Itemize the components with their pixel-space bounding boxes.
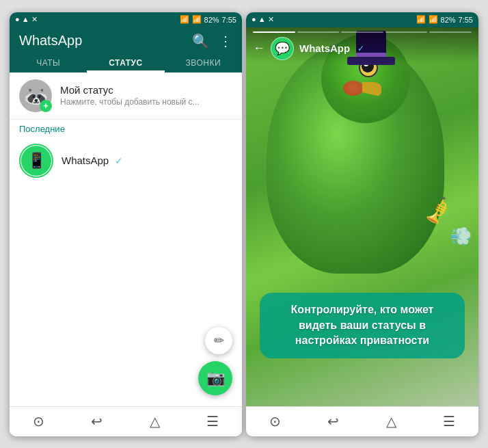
tabs-bar: ЧАТЫ СТАТУС ЗВОНКИ — [10, 52, 242, 73]
story-nav-row: ← 💬 WhatsApp ✓ — [253, 37, 472, 60]
clock-r: 7:55 — [459, 16, 473, 24]
story-wa-icon: 💬 — [275, 41, 290, 56]
story-whatsapp-avatar: 💬 — [271, 37, 294, 60]
search-icon[interactable]: 🔍 — [192, 33, 209, 49]
status-bar-right-info: 📶 📶 82% 7:55 — [180, 15, 236, 24]
whatsapp-logo-icon: 📱 — [27, 152, 46, 170]
camera-icon: 📷 — [206, 369, 225, 387]
nav-home-icon-r[interactable]: △ — [386, 413, 396, 430]
status-content: 🦝 + Мой статус Нажмите, чтобы добавить н… — [10, 73, 242, 406]
progress-bar-4 — [385, 31, 428, 33]
recent-label: Последние — [10, 120, 242, 137]
progress-bar-2 — [297, 31, 340, 33]
bottom-nav-right: ⊙ ↩ △ ☰ — [246, 406, 478, 436]
nav-back-icon-r[interactable]: ↩ — [327, 413, 339, 430]
story-content: 🎺 💨 ← 💬 WhatsApp ✓ Контролируйте, к — [246, 27, 478, 406]
tab-status[interactable]: СТАТУС — [87, 52, 164, 73]
tab-calls[interactable]: ЗВОНКИ — [165, 52, 242, 73]
story-top-bar: ← 💬 WhatsApp ✓ — [246, 27, 478, 63]
nav-recents-icon-r[interactable]: ⊙ — [269, 413, 281, 430]
left-phone: ● ▲ ✕ 📶 📶 82% 7:55 WhatsApp 🔍 ⋮ ЧАТЫ СТА… — [10, 12, 242, 436]
app-title-left: WhatsApp — [19, 33, 82, 49]
nav-menu-icon-r[interactable]: ☰ — [443, 413, 455, 430]
bottom-nav-left: ⊙ ↩ △ ☰ — [10, 406, 242, 436]
status-item-whatsapp[interactable]: 📱 WhatsApp ✓ — [10, 137, 242, 185]
status-bar-right-left-icons: ● ▲ ✕ — [252, 15, 274, 24]
signal-icon: 📶 — [192, 15, 202, 24]
tab-chats[interactable]: ЧАТЫ — [10, 52, 87, 73]
my-status-text: Мой статус Нажмите, чтобы добавить новый… — [60, 84, 200, 107]
menu-icon[interactable]: ⋮ — [219, 33, 232, 49]
camera-fab[interactable]: 📷 — [198, 361, 232, 395]
app-bar-left: WhatsApp 🔍 ⋮ — [10, 27, 242, 52]
parrot-cheek — [343, 81, 364, 96]
signal-icon-r: 📶 — [429, 15, 438, 24]
wifi-icon: 📶 — [180, 15, 189, 24]
status-bar-left: ● ▲ ✕ 📶 📶 82% 7:55 — [10, 12, 242, 27]
my-status-avatar-wrap: 🦝 + — [19, 79, 52, 112]
progress-bar-3 — [341, 31, 383, 33]
whatsapp-status-avatar: 📱 — [19, 144, 53, 178]
my-status-hint: Нажмите, чтобы добавить новый с... — [60, 97, 200, 107]
battery-level-r: 82% — [441, 16, 456, 24]
nav-back-icon[interactable]: ↩ — [91, 413, 103, 430]
my-status-row[interactable]: 🦝 + Мой статус Нажмите, чтобы добавить н… — [10, 73, 242, 120]
story-title: WhatsApp — [299, 42, 350, 54]
status-bar-left-icons: ● ▲ ✕ — [15, 15, 38, 24]
story-message-text: Контролируйте, кто может видеть ваши ста… — [271, 302, 454, 348]
add-status-btn[interactable]: + — [40, 100, 52, 112]
nav-recents-icon[interactable]: ⊙ — [33, 413, 44, 430]
right-phone: ● ▲ ✕ 📶 📶 82% 7:55 🎺 💨 — [246, 12, 478, 436]
progress-bar-5 — [429, 31, 472, 33]
story-text-bubble: Контролируйте, кто может видеть ваши ста… — [260, 293, 465, 358]
my-status-name: Мой статус — [60, 84, 200, 96]
app-bar-icons: 🔍 ⋮ — [192, 33, 232, 49]
cloud-decoration: 💨 — [450, 226, 472, 247]
nav-menu-icon[interactable]: ☰ — [206, 413, 219, 430]
verified-icon: ✓ — [115, 155, 123, 166]
clock: 7:55 — [222, 16, 236, 24]
fab-area: ✏ 📷 — [198, 327, 232, 395]
nav-home-icon[interactable]: △ — [150, 413, 160, 430]
status-bar-right: ● ▲ ✕ 📶 📶 82% 7:55 — [246, 12, 478, 27]
wifi-icon-r: 📶 — [416, 15, 426, 24]
whatsapp-icon-inner: 📱 — [21, 146, 51, 176]
story-progress-bars — [253, 31, 472, 33]
story-back-button[interactable]: ← — [253, 41, 265, 55]
status-bar-right-info2: 📶 📶 82% 7:55 — [416, 15, 473, 24]
battery-level: 82% — [204, 16, 219, 24]
pencil-fab[interactable]: ✏ — [205, 327, 232, 354]
status-item-name: WhatsApp — [62, 155, 109, 166]
status-item-info: WhatsApp ✓ — [62, 155, 123, 167]
story-verified-icon: ✓ — [357, 44, 364, 53]
pencil-icon: ✏ — [214, 333, 224, 348]
progress-bar-1 — [253, 31, 295, 33]
